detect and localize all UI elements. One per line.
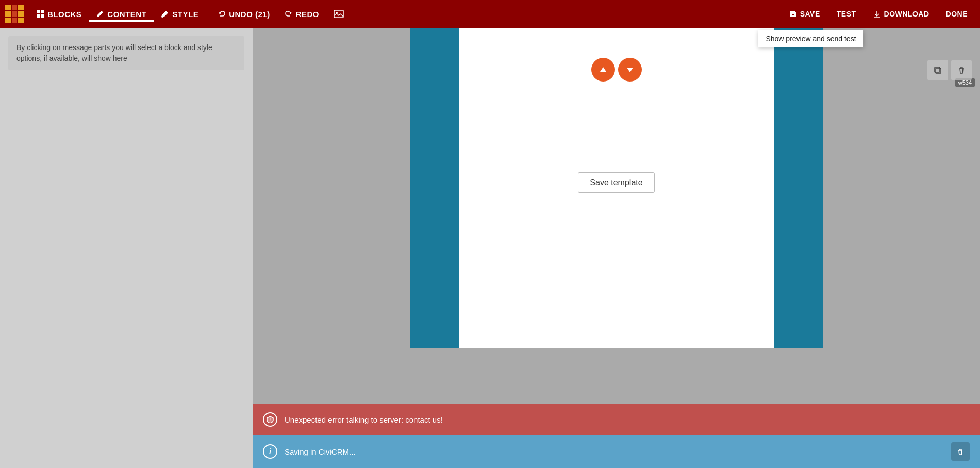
redo-button[interactable]: REDO (277, 7, 326, 22)
block-controls (591, 58, 642, 82)
info-icon: i (263, 444, 277, 459)
tab-blocks[interactable]: BLOCKS (29, 7, 89, 22)
svg-rect-3 (41, 14, 44, 18)
sidebar-info: By clicking on message parts you will se… (8, 36, 244, 70)
toolbar: BLOCKS CONTENT STYLE UNDO (21) REDO SAVE… (0, 0, 980, 28)
copy-icon (933, 66, 942, 75)
tab-style[interactable]: STYLE (154, 7, 206, 22)
trash-icon-small (956, 447, 965, 456)
info-notification: i Saving in CiviCRM... (253, 435, 980, 468)
redo-icon (285, 10, 293, 18)
toolbar-right: SAVE TEST Show preview and send test DOW… (782, 7, 975, 21)
svg-rect-0 (37, 10, 40, 13)
done-button[interactable]: DONE (939, 7, 975, 21)
test-button-container: TEST Show preview and send test (829, 7, 863, 21)
blue-strip-left (410, 28, 459, 348)
app-logo (5, 5, 24, 23)
canvas-area: w534 Save template (253, 28, 980, 468)
delete-block-button[interactable] (951, 60, 972, 80)
notifications: ! Unexpected error talking to server: co… (253, 404, 980, 468)
up-arrow-icon (599, 65, 608, 74)
test-button[interactable]: TEST (829, 7, 863, 21)
download-icon (873, 10, 881, 18)
svg-marker-9 (600, 67, 606, 72)
duplicate-block-button[interactable] (927, 60, 948, 80)
image-button[interactable] (326, 7, 351, 21)
trash-icon (957, 66, 966, 75)
svg-point-4 (161, 15, 163, 18)
save-template-button[interactable]: Save template (578, 172, 654, 193)
image-icon (334, 10, 344, 18)
svg-rect-1 (41, 10, 44, 13)
save-button[interactable]: SAVE (782, 7, 827, 21)
move-up-button[interactable] (591, 58, 615, 82)
dismiss-notification-button[interactable] (951, 442, 970, 461)
undo-button[interactable]: UNDO (21) (210, 7, 277, 22)
svg-rect-2 (37, 14, 40, 18)
toolbar-divider-1 (208, 6, 208, 22)
download-button[interactable]: DOWNLOAD (866, 7, 937, 21)
tab-content[interactable]: CONTENT (89, 7, 154, 22)
block-action-icons (927, 60, 972, 80)
paintbrush-icon (161, 10, 169, 18)
pencil-icon (96, 10, 104, 18)
sidebar: By clicking on message parts you will se… (0, 28, 253, 468)
blue-strip-right (774, 28, 823, 348)
grid-icon (36, 10, 44, 18)
main-layout: By clicking on message parts you will se… (0, 28, 980, 468)
undo-icon (218, 10, 226, 18)
svg-marker-10 (627, 68, 633, 72)
svg-text:!: ! (270, 418, 271, 422)
move-down-button[interactable] (618, 58, 642, 82)
error-icon: ! (263, 412, 277, 427)
save-icon (789, 10, 797, 18)
down-arrow-icon (625, 65, 635, 74)
error-notification: ! Unexpected error talking to server: co… (253, 404, 980, 435)
shield-icon: ! (267, 416, 274, 423)
